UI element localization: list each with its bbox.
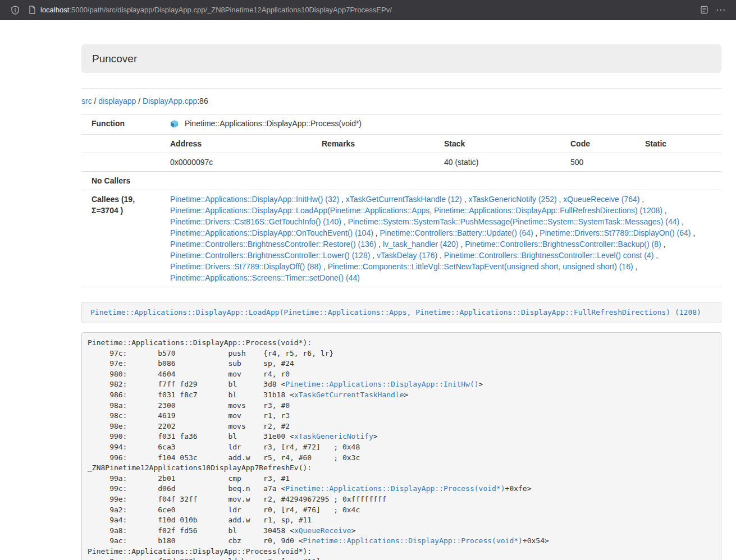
- function-row-label: Function: [81, 114, 166, 135]
- breadcrumb-link[interactable]: displayapp: [98, 97, 136, 105]
- app-title: Puncover: [92, 53, 711, 65]
- no-callers-label: No Callers: [81, 172, 166, 190]
- remarks-value: [317, 153, 440, 172]
- symbol-link[interactable]: xTaskGetCurrentTaskHandle: [294, 391, 404, 399]
- callee-link[interactable]: xQueueReceive (764): [563, 195, 639, 204]
- callee-link[interactable]: Pinetime::Components::LittleVgl::SetNewT…: [328, 262, 633, 271]
- callee-link[interactable]: Pinetime::Applications::Screens::Timer::…: [170, 273, 360, 282]
- column-stack: Stack: [440, 135, 566, 153]
- callee-link[interactable]: Pinetime::System::SystemTask::PushMessag…: [348, 217, 680, 226]
- callee-link[interactable]: Pinetime::Controllers::BrightnessControl…: [170, 251, 370, 260]
- symbol-link[interactable]: xQueueReceive: [294, 526, 351, 535]
- no-callers-cell: [166, 172, 721, 190]
- callees-row: Callees (19, Σ=3704 ) Pinetime::Applicat…: [81, 190, 721, 287]
- column-static: Static: [641, 135, 721, 153]
- url-bar[interactable]: localhost:5000/path/src/displayapp/Displ…: [40, 6, 696, 14]
- address-value: 0x0000097c: [166, 153, 317, 172]
- assembly-code: Pinetime::Applications::DisplayApp::Proc…: [81, 332, 721, 560]
- reader-view-icon[interactable]: [697, 3, 711, 17]
- callee-link[interactable]: Pinetime::Applications::DisplayApp::OnTo…: [170, 228, 373, 237]
- page-content: Puncover src / displayapp / DisplayApp.c…: [81, 44, 721, 560]
- symbol-link[interactable]: Pinetime::Applications::DisplayApp::Proc…: [285, 484, 505, 493]
- callee-link[interactable]: lv_task_handler (420): [383, 240, 459, 249]
- empty-label-cell: [81, 153, 166, 172]
- callee-link[interactable]: Pinetime::Drivers::St7789::DisplayOn() (…: [540, 228, 691, 237]
- overflow-menu-icon[interactable]: ⋯: [712, 4, 729, 16]
- breadcrumb: src / displayapp / DisplayApp.cpp:86: [81, 95, 721, 107]
- breadcrumb-link[interactable]: DisplayApp.cpp: [143, 97, 197, 105]
- callee-link[interactable]: Pinetime::Applications::DisplayApp::Load…: [170, 206, 662, 215]
- stats-value-row: 0x0000097c 40 (static) 500: [81, 153, 721, 172]
- callee-link[interactable]: Pinetime::Controllers::BrightnessControl…: [170, 240, 376, 249]
- callee-link[interactable]: Pinetime::Controllers::BrightnessControl…: [444, 251, 653, 260]
- function-cell: Pinetime::Applications::DisplayApp::Proc…: [166, 114, 721, 135]
- callee-link[interactable]: Pinetime::Drivers::Cst816S::GetTouchInfo…: [170, 217, 341, 226]
- callee-link[interactable]: xTaskGetCurrentTaskHandle (12): [346, 195, 462, 204]
- breadcrumb-separator: /: [136, 97, 143, 105]
- browser-toolbar: localhost:5000/path/src/displayapp/Displ…: [0, 0, 736, 20]
- stack-value: 40 (static): [440, 153, 566, 172]
- empty-label-cell: [81, 135, 166, 153]
- url-path: :5000/path/src/displayapp/DisplayApp.cpp…: [69, 6, 392, 14]
- shield-icon[interactable]: [8, 3, 22, 17]
- callees-label: Callees (19, Σ=3704 ): [81, 190, 166, 287]
- column-code: Code: [566, 135, 641, 153]
- callee-link[interactable]: vTaskDelay (176): [377, 251, 437, 260]
- symbol-link[interactable]: xTaskGenericNotify: [294, 432, 373, 440]
- breadcrumb-separator: /: [92, 97, 99, 105]
- function-name: Pinetime::Applications::DisplayApp::Proc…: [185, 119, 362, 128]
- panel-heading: Pinetime::Applications::DisplayApp::Load…: [81, 302, 721, 323]
- breadcrumb-link[interactable]: src: [81, 97, 92, 105]
- column-remarks: Remarks: [317, 135, 440, 153]
- divider: [81, 88, 721, 89]
- callee-link[interactable]: Pinetime::Controllers::Battery::Update()…: [380, 228, 533, 237]
- callee-link[interactable]: xTaskGenericNotify (252): [468, 195, 556, 204]
- callee-link[interactable]: Pinetime::Drivers::St7789::DisplayOff() …: [170, 262, 321, 271]
- callee-link[interactable]: Pinetime::Controllers::BrightnessControl…: [465, 240, 661, 249]
- page-info-icon[interactable]: [25, 3, 39, 17]
- app-header: Puncover: [81, 44, 721, 73]
- function-row: Function Pinetime::Applications::Display…: [81, 114, 721, 135]
- no-callers-row: No Callers: [81, 172, 721, 190]
- symbol-link[interactable]: Pinetime::Applications::DisplayApp::Proc…: [303, 536, 523, 545]
- stats-header-row: Address Remarks Stack Code Static: [81, 135, 721, 153]
- url-host: localhost: [40, 6, 69, 14]
- panel-symbol-link[interactable]: Pinetime::Applications::DisplayApp::Load…: [90, 308, 701, 316]
- method-icon: [170, 120, 179, 131]
- code-value: 500: [566, 153, 641, 172]
- callee-link[interactable]: Pinetime::Applications::DisplayApp::Init…: [170, 195, 339, 204]
- static-value: [641, 153, 721, 172]
- symbol-table: Function Pinetime::Applications::Display…: [81, 114, 721, 287]
- symbol-link[interactable]: Pinetime::Applications::DisplayApp::Init…: [285, 380, 478, 388]
- callees-list: Pinetime::Applications::DisplayApp::Init…: [166, 190, 721, 287]
- column-address: Address: [166, 135, 317, 153]
- breadcrumb-line-number: :86: [197, 97, 208, 105]
